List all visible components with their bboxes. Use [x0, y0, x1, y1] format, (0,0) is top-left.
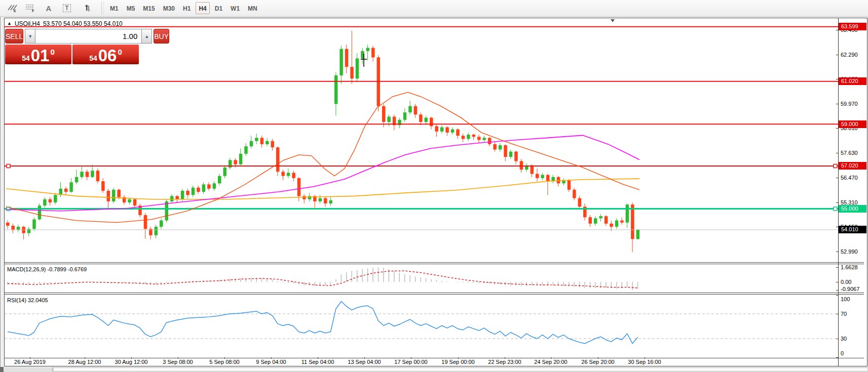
candle	[303, 196, 306, 199]
candle	[32, 219, 36, 229]
ask-price-big: 06	[98, 49, 117, 63]
symbol-timeframe-label: USOil,H4	[15, 20, 40, 27]
candle	[451, 130, 455, 133]
window-left-edge	[0, 17, 4, 372]
time-axis-label: 11 Sep 04:00	[301, 359, 334, 365]
candle	[366, 48, 370, 51]
rsi-tick-label: 100	[841, 296, 867, 303]
scale-tick-label: 62.290	[841, 51, 867, 58]
candle	[403, 112, 407, 120]
timeframe-button-h1[interactable]: H1	[180, 2, 194, 14]
candle	[271, 141, 275, 148]
candle	[546, 175, 550, 182]
candle	[287, 173, 290, 176]
macd-tick-label: 1.6628	[841, 264, 867, 271]
candle	[324, 198, 327, 203]
candle	[91, 171, 94, 177]
price-badge-59.000: 59.000	[839, 120, 866, 128]
pane-separator[interactable]	[5, 293, 864, 293]
scrollbar-track[interactable]	[53, 367, 868, 371]
timeframe-bar: M1M5M15M30H1H4D1W1MN	[107, 2, 262, 14]
timeframe-button-m5[interactable]: M5	[124, 2, 138, 14]
candle	[160, 221, 163, 227]
time-axis-label: 17 Sep 00:00	[394, 359, 427, 365]
macd-pane-canvas[interactable]	[5, 264, 838, 293]
price-badge-63.599: 63.599	[839, 23, 866, 30]
text-box-icon-button[interactable]: T	[59, 2, 75, 15]
scale-tick-label: 56.470	[841, 174, 867, 181]
candle	[297, 178, 301, 196]
ask-quote-panel[interactable]: 54 06 0	[72, 45, 139, 64]
candle	[329, 200, 332, 203]
time-axis-label: 22 Sep 23:00	[488, 359, 521, 365]
rsi-tick-label: 30	[841, 335, 867, 342]
volume-input[interactable]	[35, 29, 141, 44]
candle	[11, 226, 15, 230]
ask-price-small: 54	[89, 55, 97, 62]
candle	[213, 183, 216, 188]
pane-separator[interactable]	[5, 262, 864, 263]
price-badge-61.020: 61.020	[839, 77, 866, 85]
candle	[456, 130, 460, 136]
candle	[493, 144, 497, 149]
sell-button[interactable]: SELL	[5, 29, 23, 44]
candle	[250, 141, 253, 146]
candle	[419, 114, 423, 122]
one-click-trade-panel: SELL ▼ ▲ BUY 54 01 0 54 06 0	[5, 29, 139, 64]
expert-chart-icon-button[interactable]: E	[4, 2, 20, 15]
svg-text:E: E	[14, 9, 16, 13]
ask-price-sup: 0	[118, 48, 122, 56]
timeframe-button-m30[interactable]: M30	[160, 2, 178, 14]
candle	[504, 145, 507, 157]
candle	[96, 171, 100, 181]
time-axis-label: 9 Sep 04:00	[256, 359, 286, 365]
bid-price-sup: 0	[50, 48, 54, 56]
macd-tick-label: -0.9067	[841, 285, 867, 293]
ma-fast-red	[6, 92, 639, 222]
grid-icon-button[interactable]: F	[22, 2, 39, 15]
volume-decrease-button[interactable]: ▼	[25, 29, 35, 44]
candle	[467, 135, 470, 139]
timeframe-button-m1[interactable]: M1	[107, 2, 122, 14]
candle	[234, 160, 237, 164]
candle	[49, 199, 52, 202]
candle	[589, 217, 592, 224]
buy-button[interactable]: BUY	[154, 29, 169, 44]
timeframe-button-w1[interactable]: W1	[228, 2, 243, 14]
candle	[69, 182, 73, 192]
candle	[64, 189, 68, 192]
candle	[610, 224, 613, 227]
timeframe-button-mn[interactable]: MN	[245, 2, 260, 14]
volume-increase-button[interactable]: ▲	[141, 29, 152, 44]
candle	[144, 215, 147, 229]
candle	[54, 195, 57, 202]
time-axis-label: 3 Sep 08:00	[163, 359, 193, 365]
triangle-down-icon: ▼	[28, 34, 32, 39]
candle	[107, 191, 110, 201]
candle	[308, 196, 312, 199]
timeframe-button-h4[interactable]: H4	[196, 2, 209, 14]
candle	[244, 146, 248, 154]
bid-quote-panel[interactable]: 54 01 0	[5, 45, 71, 64]
candle	[17, 227, 20, 230]
candle	[568, 180, 571, 190]
time-axis-label: 13 Sep 04:00	[348, 359, 381, 365]
candle	[425, 118, 428, 122]
timeframe-button-d1[interactable]: D1	[212, 2, 225, 14]
timeframe-button-m15[interactable]: M15	[140, 2, 158, 14]
rsi-pane-canvas[interactable]	[5, 295, 838, 358]
cycle-arrows-button[interactable]: ▾	[77, 2, 98, 15]
candle	[207, 184, 211, 188]
candle	[43, 199, 47, 206]
candle	[445, 127, 449, 132]
candle	[86, 172, 89, 177]
time-axis-label: 26 Aug 2019	[14, 359, 46, 365]
candle	[615, 221, 619, 227]
text-label-icon-button[interactable]: A	[41, 2, 57, 15]
time-axis-label: 5 Sep 08:00	[209, 359, 239, 365]
candle	[509, 152, 513, 157]
line-handle	[7, 164, 10, 168]
time-axis-label: 30 Aug 12:00	[115, 359, 148, 365]
candle	[382, 106, 386, 122]
scale-tick-label: 57.630	[841, 149, 867, 156]
